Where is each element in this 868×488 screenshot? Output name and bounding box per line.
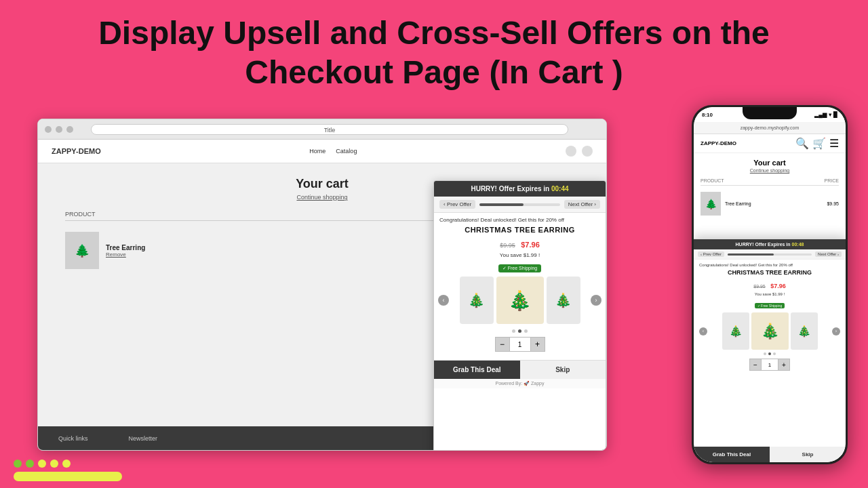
desktop-nav: ZAPPY-DEMO Home Catalog	[38, 140, 606, 163]
dot-1	[14, 460, 22, 468]
mobile-status-right: ▂▄▆ ▾ ▉	[814, 112, 837, 118]
mobile-next-offer-btn[interactable]: Next Offer ›	[815, 251, 842, 257]
mobile-cart-item-image: 🌲	[701, 192, 721, 216]
mobile-wifi-icon: ▾	[829, 112, 831, 118]
nav-catalog[interactable]: Catalog	[336, 148, 357, 155]
mobile-popup-img-sm-left: 🎄	[722, 312, 749, 350]
popup-free-shipping-badge: ✓ Free Shipping	[498, 264, 542, 272]
mobile-popup-dots	[699, 352, 840, 355]
popup-quantity: − 1 +	[439, 337, 600, 352]
mobile-screen: 8:10 ▂▄▆ ▾ ▉ zappy-demo.myshopify.com ZA…	[694, 107, 846, 462]
prev-offer-btn[interactable]: ‹ Prev Offer	[439, 200, 475, 209]
mobile-popup-body: Congratulations! Deal unlocked! Get this…	[694, 260, 846, 374]
popup-header: HURRY! Offer Expires in 00:44	[434, 181, 606, 197]
search-icon[interactable]	[566, 146, 576, 157]
mobile-nav: ZAPPY-DEMO 🔍 🛒 ☰	[694, 134, 846, 153]
browser-min-btn	[56, 126, 62, 133]
popup-product-images: ‹ 🎄 🎄 🎄 ›	[439, 277, 600, 324]
col-product: PRODUCT	[65, 211, 96, 218]
browser-max-btn	[66, 126, 73, 133]
mobile-url: zappy-demo.myshopify.com	[741, 125, 800, 130]
popup-timer: 00:44	[551, 185, 569, 192]
popup-product-image-main: 🎄	[496, 277, 544, 324]
popup-new-price: $7.96	[521, 241, 540, 249]
desktop-content: ZAPPY-DEMO Home Catalog Your cart Contin…	[38, 140, 606, 450]
mobile-qty-increase-btn[interactable]: +	[778, 359, 790, 371]
mobile-qty-decrease-btn[interactable]: −	[749, 359, 762, 371]
mobile-cart-continue[interactable]: Continue shopping	[701, 168, 839, 173]
mobile-popup-img-main: 🎄	[751, 312, 789, 350]
mobile-popup-product-images: ‹ 🎄 🎄 🎄 ›	[699, 312, 840, 350]
mobile-popup-old-price: $9.95	[753, 284, 766, 289]
popup-next-image-btn[interactable]: ›	[591, 295, 601, 306]
cart-item-image: 🌲	[65, 232, 99, 269]
popup-product-title: CHRISTMAS TREE EARRING	[439, 226, 600, 234]
mobile-search-icon[interactable]: 🔍	[795, 137, 809, 150]
desktop-mockup: Title ZAPPY-DEMO Home Catalog Your cart …	[37, 119, 607, 451]
mobile-menu-icon[interactable]: ☰	[829, 137, 839, 150]
grab-deal-btn[interactable]: Grab This Deal	[434, 361, 520, 379]
footer-newsletter: Newsletter	[129, 435, 158, 442]
mobile-popup-prev-image-btn[interactable]: ‹	[699, 327, 707, 336]
mobile-popup-progress-fill	[728, 253, 774, 256]
mobile-popup-dot-2[interactable]	[768, 352, 771, 355]
mobile-grab-deal-btn[interactable]: Grab This Deal	[694, 447, 770, 462]
mobile-popup-img-sm-right: 🎄	[791, 312, 818, 350]
popup-dot-3[interactable]	[524, 329, 528, 333]
qty-decrease-btn[interactable]: −	[495, 337, 510, 352]
browser-address: Title	[91, 124, 568, 135]
mobile-popup-progress-bar	[728, 253, 812, 256]
popup-shipping: ✓ Free Shipping	[439, 260, 600, 272]
mobile-cart-icon[interactable]: 🛒	[812, 137, 826, 150]
mobile-popup-hurry-text: HURRY! Offer Expires in	[736, 242, 792, 247]
mobile-col-price: PRICE	[825, 178, 839, 183]
mobile-popup-free-shipping: ✓ Free Shipping	[755, 303, 785, 308]
mobile-nav-logo: ZAPPY-DEMO	[701, 140, 736, 146]
cart-item-details: Tree Earring Remove	[106, 244, 145, 258]
popup-dot-1[interactable]	[512, 329, 515, 333]
mobile-item-price: $9.95	[827, 201, 839, 206]
upsell-popup: HURRY! Offer Expires in 00:44 ‹ Prev Off…	[433, 180, 606, 451]
popup-nav: ‹ Prev Offer Next Offer ›	[434, 197, 606, 213]
dot-5	[62, 460, 71, 468]
mobile-notch	[743, 107, 797, 119]
skip-btn[interactable]: Skip	[520, 361, 606, 379]
popup-dot-2[interactable]	[518, 329, 521, 333]
next-offer-btn[interactable]: Next Offer ›	[564, 200, 600, 209]
mobile-popup-new-price: $7.96	[770, 283, 786, 289]
popup-prices: $9.95 $7.96	[439, 238, 600, 250]
mobile-prev-offer-btn[interactable]: ‹ Prev Offer	[698, 251, 724, 257]
mobile-popup-dot-3[interactable]	[773, 352, 776, 355]
mobile-skip-btn[interactable]: Skip	[770, 447, 846, 462]
nav-home[interactable]: Home	[309, 148, 326, 155]
qty-value: 1	[510, 337, 530, 352]
qty-increase-btn[interactable]: +	[530, 337, 545, 352]
mobile-time: 8:10	[702, 112, 713, 118]
mobile-popup-next-image-btn[interactable]: ›	[832, 327, 840, 336]
mobile-popup-dot-1[interactable]	[764, 352, 766, 355]
browser-close-btn	[45, 126, 52, 133]
mobile-upsell-popup: HURRY! Offer Expires in 00:48 ‹ Prev Off…	[694, 239, 846, 462]
popup-old-price: $9.95	[500, 242, 515, 249]
popup-powered-by: Powered By: 🚀 Zappy	[434, 379, 606, 388]
popup-progress-bar	[479, 203, 560, 206]
cart-icon[interactable]	[582, 146, 593, 157]
mobile-battery-icon: ▉	[833, 112, 837, 118]
mobile-popup-qty: − 1 +	[699, 359, 840, 371]
popup-hurry-text: HURRY! Offer Expires in	[471, 185, 551, 192]
popup-deal-text: Congratulations! Deal unlocked! Get this…	[439, 217, 600, 223]
dot-4	[50, 460, 58, 468]
mobile-popup-shipping: ✓ Free Shipping	[699, 298, 840, 310]
mobile-popup-prices: $9.95 $7.96	[699, 279, 840, 291]
popup-prev-image-btn[interactable]: ‹	[438, 295, 449, 306]
mobile-qty-value: 1	[762, 359, 778, 371]
cart-item-remove[interactable]: Remove	[106, 251, 145, 258]
page-title: Display Upsell and Cross-Sell Offers on …	[41, 14, 827, 92]
nav-links: Home Catalog	[309, 148, 357, 155]
browser-bar: Title	[38, 119, 606, 140]
popup-product-image-sm-left: 🎄	[460, 277, 494, 324]
popup-body: Congratulations! Deal unlocked! Get this…	[434, 213, 606, 356]
footer-quick-links: Quick links	[58, 435, 88, 442]
cart-item-name: Tree Earring	[106, 244, 145, 251]
mobile-signal-icon: ▂▄▆	[814, 112, 827, 118]
